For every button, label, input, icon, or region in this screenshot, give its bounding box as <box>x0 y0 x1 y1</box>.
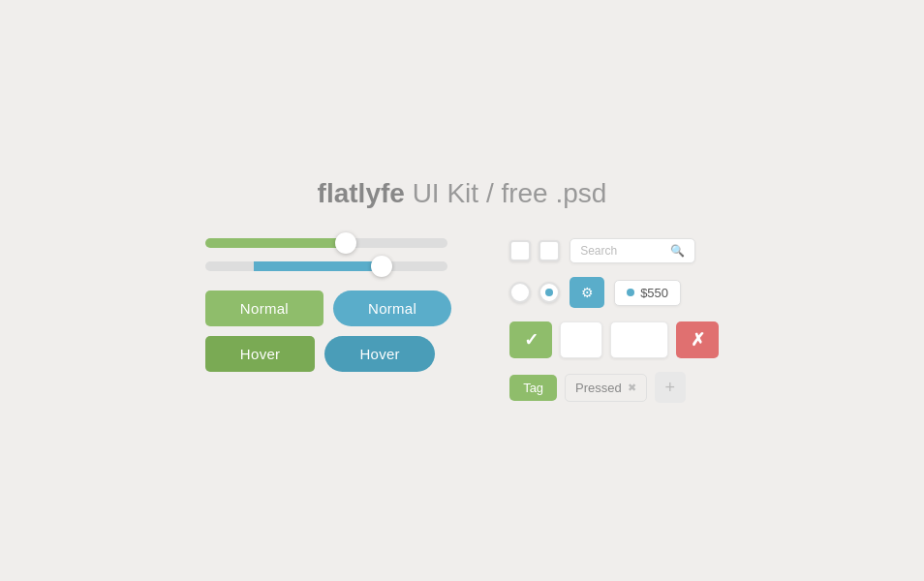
buttons-section: Normal Normal Hover Hover <box>205 290 451 372</box>
gear-button[interactable]: ⚙ <box>570 277 604 308</box>
green-hover-button[interactable]: Hover <box>205 336 316 372</box>
red-x-button[interactable]: ✗ <box>676 321 719 358</box>
white-button-2[interactable] <box>610 321 668 358</box>
check-button[interactable]: ✓ <box>509 321 552 358</box>
blue-slider-thumb[interactable] <box>371 256 392 277</box>
search-placeholder: Search <box>580 244 665 258</box>
right-column: Search 🔍 ⚙ $550 <box>509 238 719 403</box>
tag-close-icon[interactable]: ✖ <box>628 382 636 394</box>
price-value: $550 <box>640 286 668 300</box>
radio-group <box>509 282 560 303</box>
checkbox-2[interactable] <box>539 240 560 261</box>
pressed-tag[interactable]: Pressed ✖ <box>565 374 647 402</box>
check-icon: ✓ <box>524 329 539 351</box>
hover-button-row: Hover Hover <box>205 336 451 372</box>
search-icon: 🔍 <box>670 244 685 258</box>
price-button[interactable]: $550 <box>614 280 681 306</box>
page-title: flatlyfe UI Kit / free .psd <box>318 178 607 209</box>
split-button-row: ✓ ✗ <box>509 321 719 358</box>
checkbox-1[interactable] <box>509 240 531 261</box>
add-icon: + <box>665 378 676 398</box>
green-slider-thumb[interactable] <box>335 232 356 254</box>
white-button-1[interactable] <box>560 321 602 358</box>
blue-hover-button[interactable]: Hover <box>324 336 435 372</box>
subtitle: UI Kit / free .psd <box>413 178 607 208</box>
blue-slider[interactable] <box>205 261 447 271</box>
checkbox-group <box>509 240 560 261</box>
pressed-label: Pressed <box>575 381 622 395</box>
x-icon: ✗ <box>691 329 705 351</box>
top-controls-row: Search 🔍 <box>509 238 719 263</box>
search-box[interactable]: Search 🔍 <box>570 238 695 263</box>
tags-row: Tag Pressed ✖ + <box>509 372 719 403</box>
blue-normal-button[interactable]: Normal <box>333 290 451 326</box>
brand-name: flatlyfe <box>318 178 405 208</box>
green-slider[interactable] <box>205 238 447 248</box>
tag-button[interactable]: Tag <box>509 375 557 401</box>
green-normal-button[interactable]: Normal <box>205 290 323 326</box>
price-dot <box>627 289 634 296</box>
radio-2[interactable] <box>539 282 560 303</box>
content-row: Normal Normal Hover Hover Search 🔍 <box>205 238 719 403</box>
middle-controls-row: ⚙ $550 <box>509 277 719 308</box>
main-container: flatlyfe UI Kit / free .psd Normal Norma… <box>181 178 743 403</box>
sliders-section <box>205 238 451 271</box>
radio-1[interactable] <box>509 282 531 303</box>
left-column: Normal Normal Hover Hover <box>205 238 451 372</box>
normal-button-row: Normal Normal <box>205 290 451 326</box>
add-tag-button[interactable]: + <box>655 372 686 403</box>
gear-icon: ⚙ <box>581 285 594 300</box>
